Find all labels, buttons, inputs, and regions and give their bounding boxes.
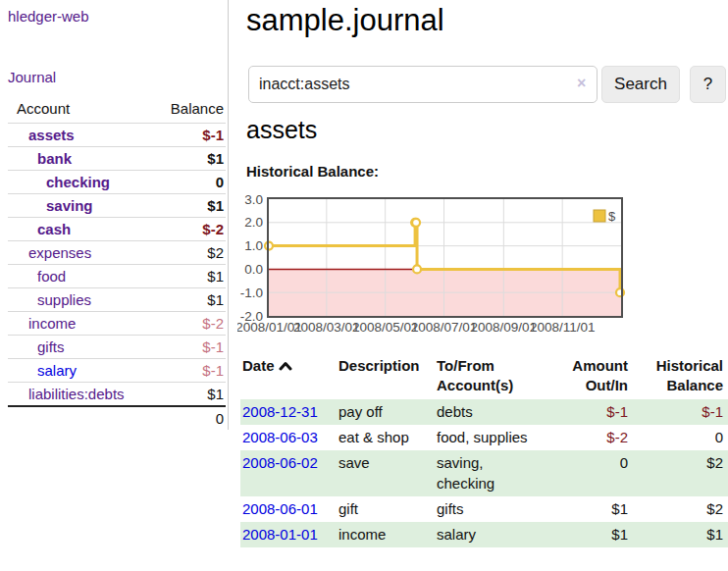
account-link[interactable]: salary xyxy=(37,362,77,379)
account-name-cell: food xyxy=(8,265,156,288)
transaction-description: save xyxy=(337,450,435,496)
account-link[interactable]: assets xyxy=(28,127,75,143)
transaction-row: 2008-12-31pay offdebts$-1$-1 xyxy=(240,399,728,425)
clear-search-icon[interactable]: × xyxy=(577,75,586,92)
description-column-header: Description xyxy=(337,353,435,399)
account-balance: $1 xyxy=(156,288,226,312)
transaction-description: pay off xyxy=(337,399,435,425)
account-link[interactable]: gifts xyxy=(37,338,65,355)
transaction-accounts: gifts xyxy=(435,496,538,522)
transaction-date-link[interactable]: 2008-06-01 xyxy=(242,500,318,517)
account-row: bank$1 xyxy=(8,147,226,171)
amount-column-header: Amount Out/In xyxy=(538,353,628,399)
svg-text:2008/05/01: 2008/05/01 xyxy=(352,320,419,335)
account-row: salary$-1 xyxy=(8,359,226,383)
account-balance: $1 xyxy=(156,265,226,288)
account-row: assets$-1 xyxy=(8,124,226,147)
account-balance: $1 xyxy=(156,383,226,407)
svg-text:$: $ xyxy=(608,209,616,224)
transaction-amount: 0 xyxy=(538,450,628,496)
transactions-header-row: Date Description To/From Account(s) Amou… xyxy=(240,353,728,399)
transaction-accounts: debts xyxy=(435,399,538,425)
app-brand-link[interactable]: hledger-web xyxy=(8,8,89,25)
account-link[interactable]: saving xyxy=(46,197,93,214)
transaction-accounts: salary xyxy=(435,522,538,547)
account-name-cell: liabilities:debts xyxy=(8,383,156,407)
account-row: checking0 xyxy=(8,171,226,194)
transaction-row: 2008-06-02savesaving, checking0$2 xyxy=(240,450,728,496)
account-balance: $1 xyxy=(156,147,226,171)
account-name-cell: checking xyxy=(8,171,156,194)
account-link[interactable]: liabilities:debts xyxy=(28,386,125,402)
balance-column-header: Balance xyxy=(156,96,226,124)
accounts-total-row: 0 xyxy=(8,406,226,430)
account-name-cell: expenses xyxy=(8,241,156,265)
account-balance: $-2 xyxy=(156,218,226,241)
account-name-cell: bank xyxy=(8,147,156,171)
account-link[interactable]: expenses xyxy=(28,244,91,261)
transaction-amount: $-2 xyxy=(538,425,628,450)
account-link[interactable]: bank xyxy=(37,150,72,167)
svg-text:3.0: 3.0 xyxy=(244,192,263,207)
transaction-row: 2008-06-03eat & shopfood, supplies$-20 xyxy=(240,425,728,450)
transaction-date-link[interactable]: 2008-06-02 xyxy=(242,454,318,471)
account-name-cell: income xyxy=(8,312,156,336)
transaction-date-link[interactable]: 2008-12-31 xyxy=(242,403,318,420)
search-button[interactable]: Search xyxy=(601,66,680,103)
transaction-row: 2008-01-01incomesalary$1$1 xyxy=(240,522,728,547)
transaction-date-link[interactable]: 2008-01-01 xyxy=(242,526,318,543)
account-link[interactable]: supplies xyxy=(37,291,91,308)
transaction-date-link[interactable]: 2008-06-03 xyxy=(242,429,318,445)
account-row: gifts$-1 xyxy=(8,336,226,359)
svg-text:1.0: 1.0 xyxy=(244,238,263,253)
transaction-date-cell: 2008-01-01 xyxy=(240,522,337,547)
account-link[interactable]: food xyxy=(37,268,66,285)
account-name-cell: assets xyxy=(8,124,156,147)
svg-text:2008/09/01: 2008/09/01 xyxy=(471,320,538,335)
transaction-description: gift xyxy=(337,496,435,522)
accounts-table: Account Balance assets$-1bank$1checking0… xyxy=(8,96,226,430)
transaction-date-cell: 2008-06-01 xyxy=(240,496,337,522)
account-row: cash$-2 xyxy=(8,218,226,241)
account-name-cell: saving xyxy=(8,194,156,218)
transaction-date-cell: 2008-06-03 xyxy=(240,425,337,450)
account-link[interactable]: cash xyxy=(37,221,71,237)
accounts-total-spacer xyxy=(8,406,156,430)
svg-text:2008/11/01: 2008/11/01 xyxy=(530,320,596,335)
account-row: income$-2 xyxy=(8,312,226,336)
account-balance: $-1 xyxy=(156,359,226,383)
transaction-date-cell: 2008-06-02 xyxy=(240,450,337,496)
transaction-balance: $2 xyxy=(628,496,728,522)
sort-ascending-icon xyxy=(279,357,292,377)
transaction-accounts: food, supplies xyxy=(435,425,538,450)
date-column-header[interactable]: Date xyxy=(240,353,337,399)
account-link[interactable]: checking xyxy=(46,174,110,190)
account-name-cell: supplies xyxy=(8,288,156,312)
balance-column-header-main: Historical Balance xyxy=(628,353,728,399)
svg-text:2008/07/01: 2008/07/01 xyxy=(411,320,478,335)
account-row: saving$1 xyxy=(8,194,226,218)
account-row: expenses$2 xyxy=(8,241,226,265)
account-balance: 0 xyxy=(156,171,226,194)
transaction-balance: 0 xyxy=(628,425,728,450)
svg-text:2008/03/01: 2008/03/01 xyxy=(293,320,360,335)
account-row: liabilities:debts$1 xyxy=(8,383,226,407)
accounts-table-header: Account Balance xyxy=(8,96,226,124)
account-balance: $1 xyxy=(156,194,226,218)
page-title: sample.journal xyxy=(246,2,444,39)
transaction-amount: $-1 xyxy=(538,399,628,425)
transaction-balance: $-1 xyxy=(628,399,728,425)
account-link[interactable]: income xyxy=(28,315,76,332)
transaction-row: 2008-06-01giftgifts$1$2 xyxy=(240,496,728,522)
svg-text:2.0: 2.0 xyxy=(244,215,263,230)
transaction-balance: $2 xyxy=(628,450,728,496)
accounts-total-balance: 0 xyxy=(156,406,226,430)
transaction-amount: $1 xyxy=(538,496,628,522)
account-balance: $2 xyxy=(156,241,226,265)
help-button[interactable]: ? xyxy=(690,66,726,103)
search-input[interactable] xyxy=(248,66,598,103)
svg-text:2008/01/01: 2008/01/01 xyxy=(237,320,302,335)
sidebar-item-journal[interactable]: Journal xyxy=(8,69,56,85)
hledger-web-page: hledger-web Journal Account Balance asse… xyxy=(0,0,728,571)
account-name-cell: gifts xyxy=(8,336,156,359)
